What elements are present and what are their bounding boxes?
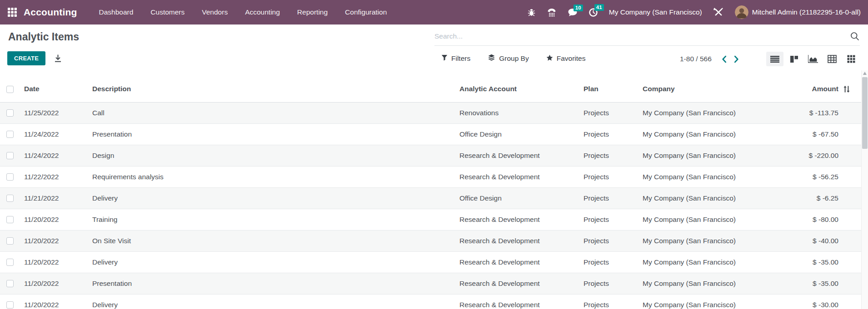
cell-plan: Projects xyxy=(578,123,637,145)
row-checkbox[interactable] xyxy=(6,216,14,223)
page-title: Analytic Items xyxy=(8,31,79,43)
avatar[interactable] xyxy=(735,5,748,19)
app-name[interactable]: Accounting xyxy=(24,7,77,18)
cell-analytic-account: Research & Development xyxy=(454,230,578,251)
analytic-items-table: Date Description Analytic Account Plan C… xyxy=(0,76,861,309)
kanban-view-icon[interactable] xyxy=(785,52,803,66)
grid-view-icon[interactable] xyxy=(843,52,860,66)
table-row[interactable]: 11/24/2022 Presentation Office Design Pr… xyxy=(0,123,861,145)
cell-description: Design xyxy=(86,145,454,166)
pager-previous-icon[interactable] xyxy=(722,55,727,63)
search-bar xyxy=(434,27,860,46)
header-company[interactable]: Company xyxy=(637,76,793,102)
messages-badge[interactable]: 10 xyxy=(574,5,583,11)
header-options-cell xyxy=(838,76,861,102)
header-amount[interactable]: Amount xyxy=(793,76,838,102)
control-panel: Analytic Items CREATE Filters xyxy=(0,25,868,76)
filter-funnel-icon xyxy=(441,54,448,63)
menu-customers[interactable]: Customers xyxy=(150,8,185,16)
apps-grid-icon[interactable] xyxy=(7,7,17,17)
table-row[interactable]: 11/20/2022 Delivery Research & Developme… xyxy=(0,294,861,309)
cell-amount: $ -67.50 xyxy=(793,123,838,145)
cell-plan: Projects xyxy=(578,102,637,123)
row-checkbox-cell xyxy=(0,145,18,166)
cell-company: My Company (San Francisco) xyxy=(637,123,793,145)
menu-accounting[interactable]: Accounting xyxy=(245,8,280,16)
search-icon[interactable] xyxy=(850,31,860,41)
pager: 1-80 / 566 xyxy=(680,55,739,63)
row-checkbox[interactable] xyxy=(6,259,14,266)
scroll-up-arrow-icon[interactable] xyxy=(863,72,867,75)
row-checkbox[interactable] xyxy=(6,109,14,117)
menu-reporting[interactable]: Reporting xyxy=(297,8,328,16)
row-checkbox[interactable] xyxy=(6,131,14,138)
table-row[interactable]: 11/20/2022 Delivery Research & Developme… xyxy=(0,251,861,273)
row-checkbox-cell xyxy=(0,273,18,294)
filter-bar: Filters Group By Favorites xyxy=(441,54,585,63)
table-row[interactable]: 11/22/2022 Requirements analysis Researc… xyxy=(0,166,861,187)
favorites-button[interactable]: Favorites xyxy=(546,54,586,63)
cell-spacer xyxy=(838,251,861,273)
cell-analytic-account: Research & Development xyxy=(454,251,578,273)
row-checkbox[interactable] xyxy=(6,301,14,309)
row-checkbox[interactable] xyxy=(6,152,14,159)
vertical-scrollbar[interactable] xyxy=(861,70,868,309)
select-all-cell xyxy=(0,76,18,102)
menu-dashboard[interactable]: Dashboard xyxy=(99,8,134,16)
menu-configuration[interactable]: Configuration xyxy=(345,8,387,16)
header-description[interactable]: Description xyxy=(86,76,454,102)
scrollbar-thumb[interactable] xyxy=(862,77,868,149)
table-row[interactable]: 11/24/2022 Design Research & Development… xyxy=(0,145,861,166)
filters-button[interactable]: Filters xyxy=(441,54,470,63)
row-checkbox[interactable] xyxy=(6,173,14,181)
cell-analytic-account: Research & Development xyxy=(454,294,578,309)
graph-view-icon[interactable] xyxy=(804,52,822,66)
tools-icon[interactable] xyxy=(713,7,724,18)
cell-company: My Company (San Francisco) xyxy=(637,102,793,123)
phone-icon[interactable] xyxy=(547,8,557,17)
pivot-view-icon[interactable] xyxy=(823,52,841,66)
select-all-checkbox[interactable] xyxy=(6,86,14,93)
row-checkbox-cell xyxy=(0,294,18,309)
table-header-row: Date Description Analytic Account Plan C… xyxy=(0,76,861,102)
header-plan[interactable]: Plan xyxy=(578,76,637,102)
cell-date: 11/24/2022 xyxy=(18,145,86,166)
user-menu[interactable]: Mitchell Admin (21182295-16-0-all) xyxy=(735,5,861,19)
company-switcher[interactable]: My Company (San Francisco) xyxy=(609,8,702,16)
pager-value[interactable]: 1-80 / 566 xyxy=(680,55,712,63)
bug-icon[interactable] xyxy=(527,8,536,17)
cell-spacer xyxy=(838,273,861,294)
cell-date: 11/22/2022 xyxy=(18,166,86,187)
layers-icon xyxy=(488,54,495,63)
cell-company: My Company (San Francisco) xyxy=(637,251,793,273)
create-button[interactable]: CREATE xyxy=(7,51,45,65)
row-checkbox[interactable] xyxy=(6,280,14,287)
activities-badge[interactable]: 41 xyxy=(594,4,604,11)
optional-columns-icon[interactable] xyxy=(843,85,861,93)
cell-company: My Company (San Francisco) xyxy=(637,166,793,187)
export-download-icon[interactable] xyxy=(54,54,62,64)
menu-vendors[interactable]: Vendors xyxy=(202,8,228,16)
header-date[interactable]: Date xyxy=(18,76,86,102)
row-checkbox[interactable] xyxy=(6,195,14,202)
table-row[interactable]: 11/20/2022 On Site Visit Research & Deve… xyxy=(0,230,861,251)
chat-icon[interactable]: 10 xyxy=(568,8,578,17)
table-row[interactable]: 11/20/2022 Presentation Research & Devel… xyxy=(0,273,861,294)
table-row[interactable]: 11/21/2022 Delivery Office Design Projec… xyxy=(0,187,861,209)
cell-spacer xyxy=(838,230,861,251)
pager-next-icon[interactable] xyxy=(734,55,739,63)
header-analytic-account[interactable]: Analytic Account xyxy=(454,76,578,102)
user-name: Mitchell Admin (21182295-16-0-all) xyxy=(752,8,861,16)
row-checkbox[interactable] xyxy=(6,237,14,245)
clock-icon[interactable]: 41 xyxy=(589,8,598,17)
table-row[interactable]: 11/20/2022 Training Research & Developme… xyxy=(0,209,861,230)
group-by-button[interactable]: Group By xyxy=(488,54,529,63)
cell-date: 11/20/2022 xyxy=(18,273,86,294)
search-input[interactable] xyxy=(434,32,846,40)
table-row[interactable]: 11/25/2022 Call Renovations Projects My … xyxy=(0,102,861,123)
list-view-icon[interactable] xyxy=(766,52,783,66)
cell-spacer xyxy=(838,294,861,309)
cell-date: 11/20/2022 xyxy=(18,230,86,251)
cell-spacer xyxy=(838,102,861,123)
cell-amount: $ -113.75 xyxy=(793,102,838,123)
